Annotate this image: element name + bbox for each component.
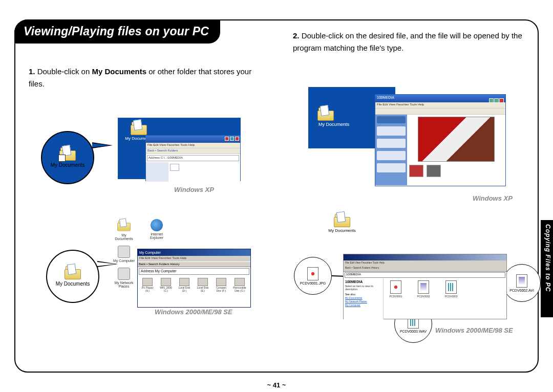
side-panel-item: [377, 163, 406, 172]
xp-side-panel: [146, 162, 168, 182]
page-number: ~ 41 ~: [0, 381, 553, 389]
page-frame: Viewing/Playing files on your PC 1. Doub…: [14, 19, 539, 373]
win2k-address: 100MEDIA: [345, 272, 505, 278]
step-2-text: 2. Double-click on the desired file, and…: [293, 30, 524, 54]
my-documents-small: My Documents: [327, 214, 357, 233]
file-item: PCDV0003: [441, 280, 461, 317]
select-hint: Select an item to view its description.: [345, 285, 381, 291]
step-1-number: 1.: [29, 67, 35, 76]
step-1-text: 1. Double-click on My Documents or other…: [29, 66, 260, 90]
section-tab: Copying Files to PC: [541, 220, 553, 317]
figure-xp-left: My Documents My Documents File Edit View…: [56, 118, 241, 197]
step-1-bold: My Documents: [92, 67, 146, 76]
xp-content-area: [407, 115, 505, 185]
manual-page: Viewing/Playing files on your PC 1. Doub…: [0, 0, 553, 392]
window-buttons: [488, 96, 504, 101]
see-also-label: See also:: [345, 293, 381, 296]
photo-preview-large: [418, 117, 495, 162]
side-panel-item: [377, 151, 406, 160]
thumbnail: [427, 165, 441, 177]
xp-side-panel: [375, 115, 407, 185]
xp-explorer-window: File Edit View Favorites Tools Help Back…: [145, 135, 241, 181]
xp-content-area: [168, 162, 240, 182]
file-item: PCDV0002: [413, 280, 434, 317]
left-column: Viewing/Playing files on your PC 1. Doub…: [15, 20, 276, 372]
win2k-drives: 3½ Floppy (A:) WIN_2000 (C:) Local Disk …: [138, 276, 250, 294]
thumbnail: [409, 165, 423, 177]
xp-menubar: File Edit View Favorites Tools Help: [146, 143, 240, 148]
xp-titlebar: 100MEDIA: [375, 95, 505, 102]
callout-label: PCDV0002.AVI: [509, 289, 534, 292]
jpg-file-icon: [307, 267, 318, 280]
link-my-documents: My Documents: [345, 296, 381, 299]
win2k-menubar: File Edit View Favorites Tools Help: [138, 256, 250, 262]
my-documents-label: My Documents: [327, 228, 357, 233]
drive-item: Local Disk (E:): [195, 278, 210, 292]
desktop-icon-label: My Documents: [317, 122, 350, 127]
folder-name-heading: 100MEDIA: [345, 280, 381, 284]
callout-avi-file: PCDV0002.AVI: [503, 264, 541, 302]
page-title: Viewing/Playing files on your PC: [14, 19, 220, 43]
avi-file-icon: [516, 274, 527, 288]
step-2-number: 2.: [293, 31, 300, 40]
figure-xp-right: My Documents 100MEDIA File Edit View Fav…: [308, 87, 513, 194]
win2k-window-right: File Edit View Favorites Tools Help Back…: [343, 254, 507, 319]
os-label-xp-right: Windows XP: [473, 194, 513, 202]
callout-my-documents-xp: My Documents: [41, 131, 94, 184]
drive-item: 3½ Floppy (A:): [140, 278, 155, 292]
right-column: 2. Double-click on the desired file, and…: [276, 20, 538, 372]
os-label-2k-right: Windows 2000/ME/98 SE: [435, 326, 513, 334]
os-label-xp-left: Windows XP: [174, 186, 214, 193]
xp-address-bar: Address C:\...\100MEDIA: [147, 155, 239, 161]
xp-desktop: My Documents File Edit View Favorites To…: [118, 118, 241, 179]
side-panel-item: [377, 139, 406, 148]
drive-item: Compact Disc (F:): [214, 278, 229, 292]
section-tab-label: Copying Files to PC: [542, 224, 551, 292]
icon-internet-explorer: Internet Explorer: [145, 219, 168, 241]
step-2-body: Double-click on the desired file, and th…: [293, 31, 522, 52]
win2k-titlebar: My Computer: [138, 249, 250, 256]
win2k-window: My Computer File Edit View Favorites Too…: [137, 249, 251, 308]
drive-item: WIN_2000 (C:): [158, 278, 174, 292]
callout-label: My Documents: [51, 162, 85, 168]
link-my-computer: My Computer: [345, 303, 381, 307]
file-item: PCDV0001: [386, 280, 406, 317]
win2k-toolbar: Back • Search Folders History: [138, 262, 250, 267]
xp-toolbar: [375, 108, 505, 115]
side-panel-item: [377, 126, 406, 136]
icon-my-computer: My Computer: [113, 246, 135, 263]
desktop-my-documents-icon: My Documents: [317, 107, 350, 127]
side-panel-header: [377, 116, 406, 123]
os-label-2k-left: Windows 2000/ME/98 SE: [155, 308, 232, 316]
win2k-menubar: File Edit View Favorites Tools Help: [344, 260, 506, 266]
callout-jpg-file: PCDV0001.JPG: [294, 257, 332, 295]
xp-titlebar: [146, 136, 240, 143]
icon-my-network-places: My Network Places: [113, 268, 135, 288]
link-my-network-places: My Network Places: [345, 300, 381, 303]
icon-my-documents: My Documents: [113, 219, 135, 241]
callout-label: PCDV0001.JPG: [300, 281, 326, 285]
step-1-pre: Double-click on: [37, 67, 92, 76]
win2k-side-panel: 100MEDIA Select an item to view its desc…: [344, 278, 384, 319]
file-list: PCDV0001 PCDV0002 PCDV0003: [384, 278, 506, 319]
win2k-titlebar: [344, 254, 506, 260]
xp-toolbar: Back • Search Folders: [146, 148, 240, 154]
callout-label: PCDV0003.WAV: [400, 330, 427, 333]
win2k-address: Address My Computer: [139, 268, 249, 275]
win2k-toolbar: Back • Search Folders History: [344, 266, 506, 272]
window-title-text: 100MEDIA: [377, 96, 394, 101]
callout-tail: [92, 142, 113, 148]
xp-menubar: File Edit View Favorites Tools Help: [375, 102, 505, 108]
figure-2k-right: My Documents PCDV0001.JPG PCDV0002.AVI: [303, 214, 523, 329]
my-documents-icon: [59, 147, 76, 161]
xp-explorer-window-right: 100MEDIA File Edit View Favorites Tools …: [375, 94, 506, 186]
drive-item: Local Disk (D:): [177, 278, 192, 292]
drive-item: Removable Disk (G:): [232, 278, 247, 292]
figure-2k-left: My Documents My Documents Internet Explo…: [56, 219, 241, 316]
photo-thumbnails: [409, 165, 503, 177]
